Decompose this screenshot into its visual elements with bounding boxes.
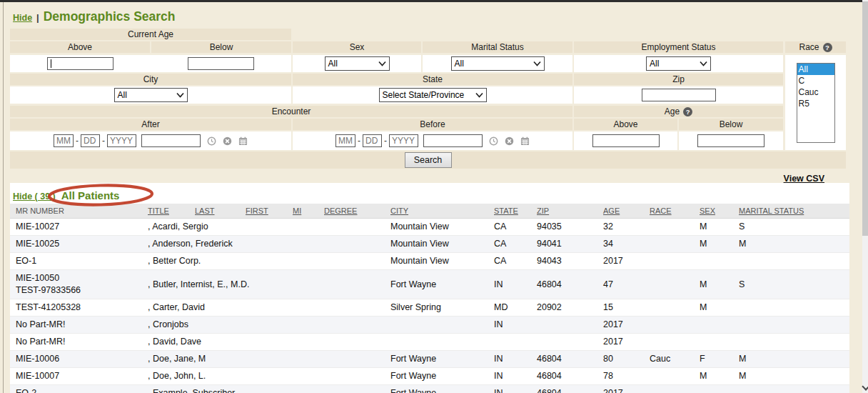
cell-age: 2017 [597, 253, 644, 270]
race-listbox[interactable]: AllCCaucR5 [797, 63, 835, 143]
age-above-input[interactable] [592, 134, 660, 147]
column-header-marital-status[interactable]: MARITAL STATUS [733, 204, 844, 219]
marital-status-select[interactable]: All [451, 56, 545, 71]
cell-age: 78 [597, 368, 644, 385]
column-header-age[interactable]: AGE [597, 204, 644, 219]
cell-race [644, 368, 694, 385]
age-above-label: Above [574, 119, 677, 130]
table-row[interactable]: MIE-10027, Acardi, SergioMountain ViewCA… [10, 219, 849, 236]
employment-status-select[interactable]: All [646, 56, 711, 71]
cell-employment [844, 317, 849, 334]
table-row[interactable]: No Part-MR!, CronjobsIN2017 [10, 317, 849, 334]
column-header-zip[interactable]: ZIP [531, 204, 597, 219]
date-dash: - [358, 136, 360, 146]
after-date-input[interactable] [141, 134, 201, 147]
state-select-value: Select State/Province [383, 90, 465, 100]
race-option[interactable]: Cauc [797, 86, 834, 98]
chevron-down-icon [533, 61, 541, 66]
after-year-input[interactable] [107, 134, 136, 147]
column-header-city[interactable]: CITY [385, 204, 488, 219]
table-row[interactable]: No Part-MR!, David, Dave2017 [10, 334, 849, 351]
column-header-state[interactable]: STATE [488, 204, 531, 219]
date-dash: - [76, 136, 79, 146]
table-row[interactable]: EO-1, Better Corp.Mountain ViewCA9404320… [10, 253, 849, 270]
hide-patients-link[interactable]: Hide ( 39 ) [13, 191, 56, 202]
sex-select[interactable]: All [325, 56, 390, 71]
chevron-down-icon [700, 61, 707, 66]
column-header-employment[interactable]: EMPLOYMENT [844, 204, 849, 219]
scrollbar-thumb[interactable] [862, 1, 868, 236]
scroll-down-arrow-icon[interactable] [862, 382, 868, 390]
table-row[interactable]: MIE-10025, Anderson, FrederickMountain V… [10, 236, 849, 253]
current-age-above-input[interactable] [47, 57, 113, 70]
race-option[interactable]: R5 [797, 98, 834, 109]
zip-cell [574, 86, 783, 104]
table-row[interactable]: MIE-10006, Doe, Jane, MFort WayneIN46804… [10, 351, 849, 368]
search-row: Search [10, 151, 846, 169]
before-date-input[interactable] [423, 134, 483, 147]
cell-state: IN [488, 385, 531, 393]
current-age-group-label: Current Age [10, 29, 291, 40]
cell-marital [733, 385, 844, 393]
cell-city: Fort Wayne [385, 385, 488, 393]
cell-employment [844, 219, 849, 236]
table-row[interactable]: MIE-10007, Doe, John, L.Fort WayneIN4680… [10, 368, 849, 385]
cell-race [644, 317, 694, 334]
state-select[interactable]: Select State/Province [379, 88, 487, 102]
age-below-input[interactable] [697, 134, 764, 147]
view-csv-link[interactable]: View CSV [784, 174, 824, 184]
column-header-mi[interactable]: MI [287, 204, 318, 219]
sex-select-value: All [328, 59, 338, 69]
after-day-input[interactable] [81, 134, 100, 147]
table-row[interactable]: EO-2, Example, SubscriberFort WayneIN468… [10, 385, 849, 393]
column-header-title[interactable]: TITLE [142, 204, 189, 219]
cell-sex [694, 253, 733, 270]
cell-sex: M [694, 219, 733, 236]
cell-sex: M [694, 236, 733, 253]
age-help-icon[interactable]: ? [683, 107, 692, 116]
race-option[interactable]: All [797, 64, 834, 75]
column-header-last[interactable]: LAST [189, 204, 240, 219]
current-age-below-input[interactable] [188, 57, 254, 70]
cell-employment [844, 299, 849, 317]
cell-employment [844, 385, 849, 393]
city-label: City [10, 74, 291, 85]
hide-demographics-link[interactable]: Hide [13, 13, 32, 23]
vertical-scrollbar[interactable] [862, 0, 868, 393]
cell-marital [733, 334, 844, 351]
column-header-degree[interactable]: DEGREE [318, 204, 385, 219]
column-header-race[interactable]: RACE [644, 204, 694, 219]
before-day-input[interactable] [363, 134, 382, 147]
encounter-after-cell: - - [10, 131, 291, 150]
table-row[interactable]: TEST-41205328, Carter, DavidSilver Sprin… [10, 299, 849, 317]
city-select[interactable]: All [114, 88, 188, 102]
window-top-border [0, 0, 862, 2]
before-month-input[interactable] [335, 134, 355, 147]
clear-icon[interactable] [505, 136, 514, 146]
calendar-icon[interactable] [238, 136, 248, 146]
calendar-icon[interactable] [520, 136, 530, 146]
table-row[interactable]: MIE-10050 TEST-97833566, Butler, Interni… [10, 270, 849, 299]
clear-icon[interactable] [223, 136, 232, 146]
patients-header-row: MR NUMBERTITLELASTFIRSTMIDEGREECITYSTATE… [10, 204, 849, 219]
race-help-icon[interactable]: ? [823, 43, 832, 52]
clock-icon[interactable] [489, 136, 498, 146]
date-dash: - [102, 136, 105, 146]
cell-race [644, 334, 694, 351]
marital-cell: All [423, 55, 572, 72]
cell-state: IN [488, 351, 531, 368]
after-month-input[interactable] [54, 134, 74, 147]
cell-zip: 46804 [531, 368, 597, 385]
race-option[interactable]: C [797, 75, 834, 86]
cell-mr: TEST-41205328 [10, 299, 142, 317]
before-year-input[interactable] [389, 134, 418, 147]
column-header-first[interactable]: FIRST [240, 204, 287, 219]
search-button[interactable]: Search [405, 152, 452, 168]
clock-icon[interactable] [207, 136, 216, 146]
cell-mr: MIE-10025 [10, 236, 142, 253]
current-age-below-label: Below [151, 41, 291, 53]
column-header-sex[interactable]: SEX [694, 204, 733, 219]
zip-input[interactable] [642, 89, 716, 101]
cell-state: CA [488, 219, 531, 236]
cell-sex [694, 317, 733, 334]
